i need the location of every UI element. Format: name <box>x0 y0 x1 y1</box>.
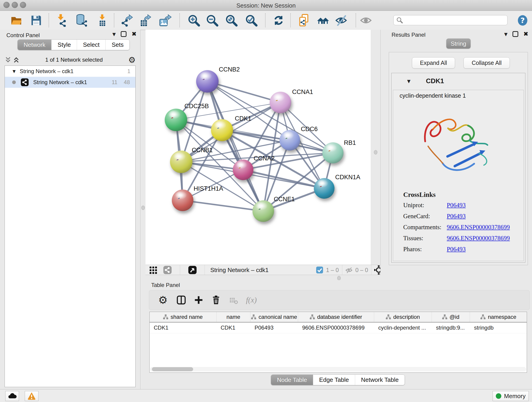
column-header-description[interactable]: description <box>374 312 432 322</box>
panel-float-icon[interactable] <box>513 31 518 37</box>
table-cell[interactable]: CDK1 <box>150 322 216 333</box>
collapse-protein-icon[interactable]: ▼ <box>407 79 411 84</box>
open-session-icon[interactable] <box>10 14 23 27</box>
toolbar-separator <box>265 13 266 27</box>
delete-column-trash-icon[interactable] <box>211 295 221 305</box>
column-header-namespace[interactable]: namespace <box>470 312 527 322</box>
network-node-CCNA2[interactable] <box>233 160 253 180</box>
table-cell[interactable]: P06493 <box>250 322 298 333</box>
collapse-all-button[interactable]: Collapse All <box>463 57 510 69</box>
tab-style[interactable]: Style <box>51 40 77 50</box>
home-icon[interactable] <box>317 14 330 27</box>
scrollbar-thumb[interactable] <box>152 367 193 371</box>
search-input[interactable] <box>405 17 507 24</box>
zoom-in-icon[interactable] <box>187 14 201 27</box>
column-header-database-identifier[interactable]: database identifier <box>298 312 374 322</box>
network-canvas[interactable]: CCNB2CCNA1CDC25BCDK1CDC6RB1CCNB1CCNA2CDK… <box>146 30 371 265</box>
tab-network[interactable]: Network <box>18 40 51 50</box>
column-header--id[interactable]: @id <box>432 312 470 322</box>
panel-splitter-handle[interactable] <box>141 206 145 210</box>
table-cell[interactable]: stringdb <box>470 322 527 333</box>
refresh-icon[interactable] <box>272 14 285 27</box>
network-node-CDKN1A[interactable] <box>314 178 335 199</box>
panel-menu-icon[interactable]: ▼ <box>113 32 116 37</box>
zoom-selected-icon[interactable] <box>245 14 258 27</box>
crosslink-label: Uniprot: <box>403 202 447 209</box>
crosslink-link[interactable]: P06493 <box>447 246 466 253</box>
string-view-icon[interactable] <box>163 266 172 274</box>
import-database-icon[interactable] <box>75 14 88 27</box>
tab-node-table[interactable]: Node Table <box>271 375 313 385</box>
export-image-icon[interactable] <box>159 14 172 27</box>
column-header-name[interactable]: name <box>216 312 250 322</box>
tab-string[interactable]: String <box>446 38 471 49</box>
panel-menu-icon[interactable]: ▼ <box>504 32 508 37</box>
crosslink-link[interactable]: 9606.ENSP00000378699 <box>447 235 510 242</box>
network-row-label: String Network – cdk1 <box>33 79 112 85</box>
zoom-fit-icon[interactable] <box>225 14 238 27</box>
network-node-CDK1[interactable] <box>211 119 233 141</box>
collapse-all-icon[interactable] <box>5 56 12 63</box>
table-row[interactable]: CDK1CDK1P064939606.ENSP00000378699cyclin… <box>150 322 527 333</box>
network-node-RB1[interactable] <box>322 142 343 163</box>
network-tree: ▼ String Network – cdk1 1 String Network… <box>5 65 136 387</box>
table-cell[interactable]: stringdb:9... <box>432 322 470 333</box>
column-header-canonical-name[interactable]: canonical name <box>250 312 298 322</box>
network-node-CCNB1[interactable] <box>170 151 192 173</box>
memory-button[interactable]: Memory <box>493 391 529 401</box>
network-node-CCNA1[interactable] <box>270 92 291 113</box>
table-options-gear-icon[interactable]: ⚙ <box>158 294 167 306</box>
warning-status-button[interactable] <box>25 391 38 401</box>
network-node-CCNE1[interactable] <box>253 200 274 222</box>
expand-all-button[interactable]: Expand All <box>412 57 455 69</box>
network-node-HIST1H1A[interactable] <box>172 190 193 211</box>
panel-splitter-handle[interactable] <box>337 276 341 280</box>
crosslink-row: GeneCard:P06493 <box>403 213 519 220</box>
import-network-icon[interactable] <box>55 14 68 27</box>
help-icon[interactable]: ? <box>516 14 529 27</box>
grid-view-icon[interactable] <box>149 266 157 274</box>
tab-sets[interactable]: Sets <box>105 40 129 50</box>
panel-close-icon[interactable]: ✖ <box>523 32 528 36</box>
tab-network-table[interactable]: Network Table <box>355 375 405 385</box>
crosslink-link[interactable]: P06493 <box>447 202 466 209</box>
open-in-window-icon[interactable] <box>188 266 196 274</box>
export-network-icon[interactable] <box>120 14 134 27</box>
tree-expander-icon[interactable]: ▼ <box>13 69 16 74</box>
zoom-out-icon[interactable] <box>206 14 219 27</box>
cloud-status-button[interactable] <box>5 391 19 401</box>
show-graphics-details-icon[interactable] <box>359 14 373 27</box>
network-options-gear-icon[interactable]: ⚙ <box>128 55 136 65</box>
import-table-icon[interactable] <box>96 14 109 27</box>
duplicate-network-icon[interactable] <box>298 14 311 27</box>
network-node-CDC25B[interactable] <box>165 109 187 131</box>
crosslink-link[interactable]: P06493 <box>447 213 466 220</box>
tab-edge-table[interactable]: Edge Table <box>313 375 355 385</box>
panel-close-icon[interactable]: ✖ <box>132 32 137 36</box>
crosslink-link[interactable]: 9606.ENSP00000378699 <box>447 224 510 231</box>
toolbar-separator <box>355 13 356 27</box>
network-column-icon <box>310 314 315 319</box>
create-column-icon[interactable] <box>194 295 203 305</box>
save-session-icon[interactable] <box>30 14 43 27</box>
tab-select[interactable]: Select <box>77 40 105 50</box>
panel-splitter-handle[interactable] <box>374 150 377 154</box>
horizontal-scrollbar[interactable] <box>150 367 526 371</box>
network-row-selected[interactable]: String Network – cdk1 11 48 <box>5 77 135 88</box>
column-header-shared-name[interactable]: shared name <box>150 312 216 322</box>
expand-all-icon[interactable] <box>13 56 20 63</box>
network-view-panel: CCNB2CCNA1CDC25BCDK1CDC6RB1CCNB1CCNA2CDK… <box>146 30 380 275</box>
network-collection-row[interactable]: ▼ String Network – cdk1 1 <box>5 66 135 77</box>
protein-header[interactable]: ▼ CDK1 <box>392 73 525 90</box>
table-cell[interactable]: CDK1 <box>216 322 250 333</box>
selected-checkbox-icon[interactable] <box>316 267 323 274</box>
panel-splitter[interactable] <box>371 30 380 265</box>
panel-float-icon[interactable] <box>121 31 127 37</box>
table-cell[interactable]: cyclin-dependent ... <box>374 322 432 333</box>
table-cell[interactable]: 9606.ENSP00000378699 <box>298 322 374 333</box>
network-node-CDC6[interactable] <box>279 130 300 151</box>
export-table-icon[interactable] <box>139 14 152 27</box>
network-node-CCNB2[interactable] <box>196 70 219 93</box>
hide-graphics-details-icon[interactable] <box>335 14 348 27</box>
show-columns-icon[interactable] <box>176 295 186 305</box>
